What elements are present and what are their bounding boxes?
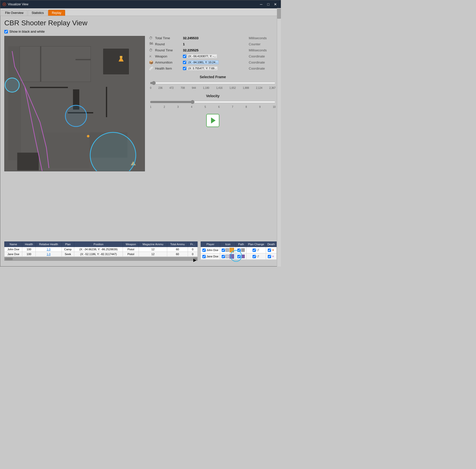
velocity-section: Velocity 1 2 3 4 5 6 7 8 9	[149, 94, 277, 108]
play-button-row	[149, 114, 277, 127]
scrollbar-right-arrow[interactable]: ▶	[193, 258, 197, 260]
cell-john-path	[236, 247, 246, 253]
svg-rect-15	[20, 46, 91, 82]
svg-rect-17	[75, 59, 91, 60]
app-icon	[2, 2, 6, 6]
cell-total-ammo: 60	[167, 247, 188, 252]
col-name: Name	[5, 242, 22, 247]
velocity-title: Velocity	[149, 94, 277, 98]
john-death-icon: ✦	[272, 248, 275, 252]
velocity-slider-labels: 1 2 3 4 5 6 7 8 9 10	[150, 106, 276, 108]
show-bw-checkbox[interactable]	[4, 30, 8, 33]
total-time-unit: Milliseconds	[249, 36, 277, 40]
ammo-coord: (X: -94.1081, Y: 10.24...	[187, 60, 219, 64]
col-plan: Plan	[62, 242, 74, 247]
right-panel: ⏱ Total Time 32.245533 Milliseconds 🏁 Ro…	[149, 36, 277, 239]
svg-rect-16	[40, 46, 41, 82]
john-icon-checkbox[interactable]	[222, 249, 225, 252]
cell-plan: Camp	[62, 247, 74, 252]
ammo-coord-cell: (X: -94.1081, Y: 10.24...	[183, 60, 249, 64]
jane-path-checkbox[interactable]	[237, 255, 241, 258]
round-time-icon: ⏱	[149, 48, 155, 52]
john-death-checkbox[interactable]	[268, 249, 271, 252]
frame-slider[interactable]	[150, 81, 276, 85]
round-time-value: 32.225525	[183, 48, 249, 52]
cell-rel-health: 1.0	[35, 247, 62, 252]
jane-death-icon: ✦	[272, 254, 275, 258]
cell-health: 100	[22, 252, 36, 257]
velocity-slider-container: 1 2 3 4 5 6 7 8 9 10	[149, 100, 277, 108]
title-bar: Visualizer View ─ □ ✕	[0, 0, 281, 8]
cell-player-jane: Jane Doe	[201, 253, 220, 260]
cell-total-ammo: 60	[167, 252, 188, 257]
jane-plan-icon: ↺	[256, 254, 259, 258]
cell-fr: 0	[188, 252, 198, 257]
weapon-icon: ⚔	[149, 54, 155, 58]
cell-name: Jane Doe	[5, 252, 22, 257]
john-plan-checkbox[interactable]	[253, 249, 256, 252]
cell-jane-plan-change: ↺	[246, 253, 266, 260]
health-coord: (X: 3.755477, Y: 7.69...	[187, 66, 218, 70]
main-area: ⏱ Total Time 32.245533 Milliseconds 🏁 Ro…	[4, 36, 277, 239]
round-value: 1	[183, 42, 249, 46]
jane-visible-checkbox[interactable]	[202, 255, 206, 258]
play-button[interactable]	[206, 114, 219, 127]
cell-position: (X: -52.1186, Y: -82.3117447)	[74, 252, 123, 257]
tab-file-overview[interactable]: File Overview	[1, 10, 27, 16]
ammo-label: Ammunition	[155, 60, 183, 64]
cell-john-icon	[220, 247, 236, 253]
john-visible-checkbox[interactable]	[202, 249, 206, 252]
vertical-scrollbar[interactable]	[277, 8, 281, 267]
cell-plan: Seek	[62, 252, 74, 257]
health-unit: Coordinate	[249, 67, 277, 70]
minimize-button[interactable]: ─	[258, 2, 264, 7]
col-player: Player	[201, 242, 220, 247]
close-button[interactable]: ✕	[272, 2, 279, 7]
cell-mag-ammo: 12	[139, 247, 167, 252]
cell-player-john: John Doe	[201, 247, 220, 253]
cell-mag-ammo: 12	[139, 252, 167, 257]
john-icon-color2-swatch	[230, 248, 234, 252]
tab-statistics[interactable]: Statistics	[28, 10, 48, 16]
scrollbar-thumb[interactable]	[5, 258, 13, 260]
svg-rect-14	[106, 87, 107, 117]
stats-grid: ⏱ Total Time 32.245533 Milliseconds 🏁 Ro…	[149, 36, 277, 70]
ammo-unit: Coordinate	[249, 60, 277, 64]
player-data-table: Name Health Relative Health Plan Positio…	[4, 241, 198, 257]
window-controls: ─ □ ✕	[258, 2, 279, 7]
ammo-checkbox[interactable]	[183, 61, 186, 64]
jane-icon-checkbox[interactable]	[222, 255, 225, 258]
weapon-checkbox[interactable]	[183, 55, 186, 58]
svg-point-22	[65, 105, 87, 127]
john-path-checkbox[interactable]	[237, 249, 241, 252]
ammo-icon: 📦	[149, 60, 155, 64]
cell-name: John Doe	[5, 247, 22, 252]
frame-slider-container: 0 236 472 708 944 1,180 1,416 1,652 1,88…	[149, 81, 277, 89]
frame-slider-labels: 0 236 472 708 944 1,180 1,416 1,652 1,88…	[150, 87, 276, 89]
maximize-button[interactable]: □	[265, 2, 272, 7]
john-plan-icon: ↺	[256, 248, 259, 252]
cell-john-plan-change: ↺	[246, 247, 266, 253]
data-table-container: Name Health Relative Health Plan Positio…	[4, 241, 198, 263]
health-checkbox[interactable]	[183, 67, 186, 70]
john-icon-color-swatch	[225, 248, 229, 252]
player-settings-row: John Doe	[201, 247, 276, 253]
cell-weapon: Pistol	[123, 252, 139, 257]
scrollbar-thumb-v[interactable]	[277, 9, 281, 19]
jane-death-checkbox[interactable]	[268, 255, 271, 258]
velocity-slider[interactable]	[150, 100, 276, 104]
tab-replay[interactable]: Replay	[48, 10, 65, 16]
cell-fr: 0	[188, 247, 198, 252]
table-scrollbar[interactable]: ▶	[4, 257, 198, 261]
cell-jane-icon	[220, 253, 236, 260]
weapon-label: Weapon	[155, 54, 183, 58]
svg-point-24	[5, 78, 19, 92]
weapon-coord-cell: (X: -56.4193077, Y: -...	[183, 54, 249, 58]
map-area	[4, 36, 145, 171]
map-svg	[5, 36, 145, 171]
svg-rect-6	[120, 56, 122, 58]
cell-john-death: ✦	[266, 247, 276, 253]
jane-plan-checkbox[interactable]	[253, 255, 256, 258]
window-title: Visualizer View	[8, 3, 258, 6]
bottom-area: Name Health Relative Health Plan Positio…	[4, 241, 277, 263]
